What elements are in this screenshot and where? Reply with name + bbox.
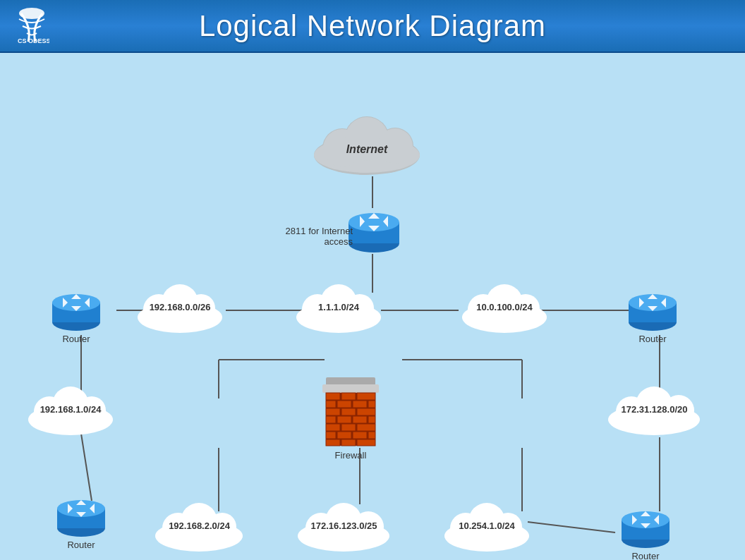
- top-right-router-label: Router: [638, 334, 666, 344]
- left-cloud: 192.168.0.0/26: [123, 279, 236, 335]
- bottom-left-cloud: 192.168.2.0/24: [141, 497, 258, 554]
- svg-rect-96: [357, 439, 375, 446]
- bottom-left-router: Router: [53, 492, 109, 550]
- bottom-left-router-label: Router: [67, 540, 95, 550]
- svg-rect-92: [353, 432, 367, 439]
- firewall-label: Firewall: [335, 450, 367, 461]
- internet-router-label: 2811 for Internet access: [268, 226, 353, 247]
- svg-rect-90: [326, 432, 336, 439]
- internet-router: 2811 for Internet access: [332, 205, 416, 275]
- bottom-left-cloud-label: 192.168.2.0/24: [169, 521, 230, 531]
- logo-icon: CS ODESSA: [14, 6, 49, 45]
- top-right-router: Router: [624, 286, 681, 344]
- svg-rect-86: [368, 416, 375, 423]
- left-cloud-label: 192.168.0.0/26: [150, 302, 211, 312]
- svg-rect-77: [337, 401, 351, 408]
- svg-rect-88: [341, 424, 356, 431]
- logo-area: CS ODESSA: [14, 6, 127, 45]
- svg-line-9: [81, 434, 92, 501]
- svg-rect-79: [368, 401, 375, 408]
- firewall: Firewall: [319, 377, 382, 461]
- right-cloud-label: 10.0.100.0/24: [476, 302, 533, 312]
- center-cloud-label: 1.1.1.0/24: [318, 302, 359, 312]
- bottom-right-cloud: 10.254.1.0/24: [430, 497, 543, 554]
- svg-rect-93: [368, 432, 375, 439]
- svg-rect-78: [353, 401, 367, 408]
- svg-rect-84: [337, 416, 351, 423]
- diagram-area: Internet 2811 for Internet access: [0, 53, 745, 560]
- right-mid-cloud: 172.31.128.0/20: [593, 381, 716, 437]
- svg-rect-89: [357, 424, 375, 431]
- svg-rect-76: [326, 401, 336, 408]
- right-mid-cloud-label: 172.31.128.0/20: [622, 404, 688, 415]
- svg-rect-74: [341, 393, 356, 400]
- svg-text:CS ODESSA: CS ODESSA: [18, 37, 49, 44]
- bottom-center-cloud: 172.16.123.0/25: [282, 497, 406, 554]
- bottom-right-cloud-label: 10.254.1.0/24: [459, 521, 515, 531]
- svg-rect-85: [353, 416, 367, 423]
- right-cloud: 10.0.100.0/24: [448, 279, 561, 335]
- svg-rect-87: [326, 424, 340, 431]
- svg-rect-81: [341, 408, 356, 415]
- left-mid-cloud: 192.168.1.0/24: [14, 381, 127, 437]
- svg-rect-71: [322, 384, 379, 393]
- svg-rect-73: [326, 393, 340, 400]
- top-left-router: Router: [48, 286, 104, 344]
- center-cloud: 1.1.1.0/24: [282, 279, 395, 335]
- header: CS ODESSA Logical Network Diagram: [0, 0, 745, 53]
- bottom-right-router-label: Router: [631, 551, 659, 560]
- left-mid-cloud-label: 192.168.1.0/24: [40, 404, 102, 415]
- svg-rect-80: [326, 408, 340, 415]
- svg-rect-83: [326, 416, 336, 423]
- bottom-center-cloud-label: 172.16.123.0/25: [311, 521, 377, 531]
- svg-rect-94: [326, 439, 340, 446]
- svg-rect-75: [357, 393, 375, 400]
- top-left-router-label: Router: [62, 334, 90, 344]
- svg-text:Internet: Internet: [346, 143, 388, 155]
- header-title: Logical Network Diagram: [127, 9, 618, 43]
- bottom-right-router: Router: [617, 503, 674, 560]
- svg-rect-95: [341, 439, 356, 446]
- internet-cloud: Internet: [300, 109, 434, 180]
- svg-rect-91: [337, 432, 351, 439]
- svg-rect-82: [357, 408, 375, 415]
